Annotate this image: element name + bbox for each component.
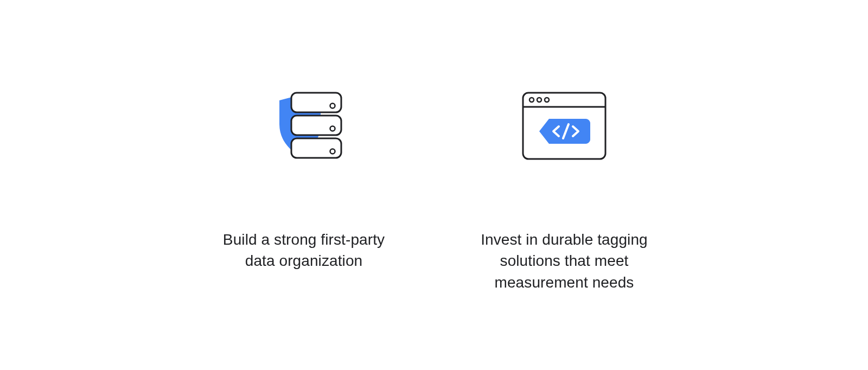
svg-rect-2	[291, 138, 341, 158]
feature-card-data-organization: Build a strong first-party data organiza…	[206, 77, 401, 271]
feature-cards-row: Build a strong first-party data organiza…	[206, 77, 662, 293]
svg-rect-0	[291, 93, 341, 112]
browser-tag-icon	[515, 77, 613, 175]
shield-servers-icon	[258, 77, 350, 175]
feature-card-tagging-solutions: Invest in durable tagging solutions that…	[467, 77, 662, 293]
feature-caption: Invest in durable tagging solutions that…	[467, 229, 662, 293]
feature-caption: Build a strong first-party data organiza…	[206, 229, 401, 271]
svg-rect-1	[291, 116, 341, 135]
